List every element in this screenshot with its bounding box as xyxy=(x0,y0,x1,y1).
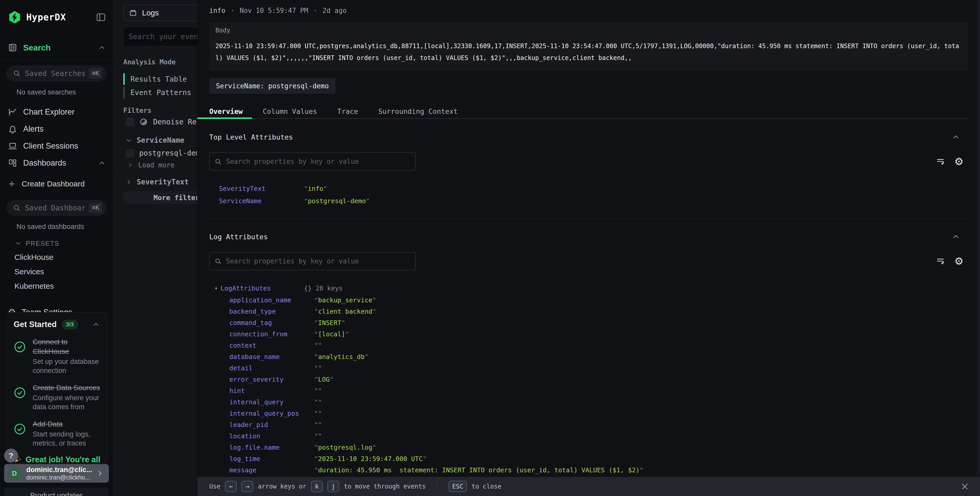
get-started-item-desc: Configure where your data comes from xyxy=(33,394,100,411)
attr-key[interactable]: LogAttributes xyxy=(221,285,304,292)
attr-key[interactable]: application_name xyxy=(229,297,314,304)
collapse-sidebar-icon[interactable] xyxy=(95,12,106,23)
saved-dashboards-box[interactable]: ⌘K xyxy=(7,200,106,215)
log-attributes-root[interactable]: ▾ LogAttributes {} 28 keys xyxy=(209,282,968,294)
attr-key[interactable]: location xyxy=(229,432,314,440)
saved-searches-input[interactable] xyxy=(25,69,85,78)
analysis-mode-results-table[interactable]: Results Table xyxy=(123,73,187,86)
no-saved-searches-text: No saved searches xyxy=(16,88,106,96)
attr-value-text[interactable]: 2025-11-10 23:59:47.000 UTC xyxy=(318,455,423,463)
quote-mark: " xyxy=(314,387,318,394)
get-started-header[interactable]: Get Started 3/3 xyxy=(14,320,100,329)
help-button[interactable]: ? xyxy=(4,449,18,463)
attr-row: error_severity"LOG" xyxy=(209,374,968,385)
quote-mark: " xyxy=(304,185,308,192)
sidebar-item-chart-explorer[interactable]: Chart Explorer xyxy=(8,105,106,118)
analysis-mode-event-patterns[interactable]: Event Patterns xyxy=(123,86,191,99)
attr-value-text[interactable]: info xyxy=(308,185,323,192)
tab-surrounding-context[interactable]: Surrounding Context xyxy=(378,107,458,115)
preset-item-kubernetes[interactable]: Kubernetes xyxy=(14,282,106,290)
attr-key[interactable]: hint xyxy=(229,387,314,394)
collapse-section-icon[interactable] xyxy=(951,232,961,241)
saved-searches-box[interactable]: ⌘K xyxy=(7,66,106,81)
tree-collapse-caret[interactable]: ▾ xyxy=(215,285,221,292)
severity-text: info xyxy=(209,7,226,14)
user-texts: dominic.tran@clic... dominic.tran@clickh… xyxy=(26,466,90,481)
properties-search-box[interactable] xyxy=(209,252,415,270)
get-started-item[interactable]: Add DataStart sending logs, metrics, or … xyxy=(14,419,100,448)
tab-column-values[interactable]: Column Values xyxy=(263,107,317,115)
settings-icon[interactable]: ⚙ xyxy=(954,256,964,266)
grid-icon xyxy=(8,158,18,168)
properties-search-input[interactable] xyxy=(226,158,411,165)
logo[interactable]: HyperDX xyxy=(8,10,106,24)
properties-search-box[interactable] xyxy=(209,153,415,171)
attr-value-text[interactable]: INSERT xyxy=(318,319,341,327)
quote-mark: " xyxy=(318,399,322,406)
load-more[interactable]: Load more xyxy=(127,161,175,169)
attr-key[interactable]: message xyxy=(229,466,314,474)
get-started-item[interactable]: Create Data SourcesConfigure where your … xyxy=(14,383,100,411)
drawer-scrollbar[interactable] xyxy=(977,0,980,477)
attr-row: connection_from"[local]" xyxy=(209,329,968,340)
sidebar-item-alerts[interactable]: Alerts xyxy=(8,123,106,136)
preset-item-clickhouse[interactable]: ClickHouse xyxy=(14,253,106,262)
attr-value: "duration: 45.950 ms statement: INSERT I… xyxy=(314,466,643,474)
attr-key[interactable]: context xyxy=(229,342,314,349)
attr-value: "info" xyxy=(304,185,327,192)
properties-search-input[interactable] xyxy=(226,257,411,265)
attr-value-text[interactable]: postgresql-demo xyxy=(308,197,366,205)
attr-value-text[interactable]: LOG xyxy=(318,376,330,383)
attr-key[interactable]: log.file.name xyxy=(229,444,314,451)
close-icon[interactable] xyxy=(960,482,970,491)
attr-value-text[interactable]: client backend xyxy=(318,308,372,315)
quote-mark: " xyxy=(314,297,318,304)
user-menu[interactable]: D dominic.tran@clic... dominic.tran@clic… xyxy=(4,464,109,483)
detail-tabs: OverviewColumn ValuesTraceSurrounding Co… xyxy=(197,105,968,119)
attr-key[interactable]: backend_type xyxy=(229,308,314,315)
filter-group-severitytext[interactable]: SeverityText xyxy=(125,178,189,186)
bottom-partial-card[interactable]: Product updates xyxy=(4,488,109,496)
wrap-lines-icon[interactable] xyxy=(936,156,945,166)
attr-row: detail"" xyxy=(209,362,968,374)
attr-key[interactable]: detail xyxy=(229,364,314,372)
attr-key[interactable]: command_tag xyxy=(229,319,314,327)
preset-item-services[interactable]: Services xyxy=(14,267,106,276)
quote-mark: " xyxy=(314,455,318,463)
filter-option-row[interactable]: postgresql-demo xyxy=(126,149,204,157)
sidebar-item-dashboards[interactable]: Dashboards xyxy=(8,156,106,169)
attr-value: "2025-11-10 23:59:47.000 UTC" xyxy=(314,455,427,463)
get-started-done: Great job! You're all xyxy=(14,455,100,464)
tab-overview[interactable]: Overview xyxy=(209,107,243,115)
attr-value-text[interactable]: duration: 45.950 ms statement: INSERT IN… xyxy=(318,466,640,474)
attr-key[interactable]: leader_pid xyxy=(229,421,314,429)
attr-key[interactable]: error_severity xyxy=(229,376,314,383)
wrap-lines-icon[interactable] xyxy=(936,256,945,266)
attr-key[interactable]: internal_query_pos xyxy=(229,410,314,417)
attr-key[interactable]: database_name xyxy=(229,353,314,360)
presets-toggle[interactable]: PRESETS xyxy=(14,239,106,247)
attr-key[interactable]: connection_from xyxy=(229,330,314,338)
collapse-section-icon[interactable] xyxy=(951,132,961,142)
service-name-chip[interactable]: ServiceName: postgresql-demo xyxy=(209,78,335,94)
attr-key[interactable]: SeverityText xyxy=(219,185,304,192)
attr-value-text[interactable]: [local] xyxy=(318,330,345,338)
sidebar-item-label: Client Sessions xyxy=(23,141,106,151)
attr-key[interactable]: log_time xyxy=(229,455,314,463)
body-text[interactable]: 2025-11-10 23:59:47.000 UTC,postgres,ana… xyxy=(215,40,963,64)
sidebar-item-search[interactable]: Search xyxy=(8,41,106,54)
filter-group-servicename[interactable]: ServiceName xyxy=(125,136,184,145)
attr-value-text[interactable]: analytics_db xyxy=(318,353,365,360)
attr-value-text[interactable]: postgresql.log xyxy=(318,444,372,451)
attr-key[interactable]: ServiceName xyxy=(219,197,304,205)
saved-dashboards-input[interactable] xyxy=(25,204,85,212)
filter-option-checkbox[interactable] xyxy=(126,149,134,157)
attr-value-text[interactable]: backup_service xyxy=(318,297,372,304)
get-started-item[interactable]: Connect to ClickHouseSet up your databas… xyxy=(14,337,100,375)
sidebar-item-client-sessions[interactable]: Client Sessions xyxy=(8,140,106,153)
denoise-checkbox[interactable] xyxy=(126,118,134,126)
create-dashboard-button[interactable]: Create Dashboard xyxy=(8,177,106,190)
attr-key[interactable]: internal_query xyxy=(229,399,314,406)
settings-icon[interactable]: ⚙ xyxy=(954,156,964,167)
tab-trace[interactable]: Trace xyxy=(337,107,358,115)
